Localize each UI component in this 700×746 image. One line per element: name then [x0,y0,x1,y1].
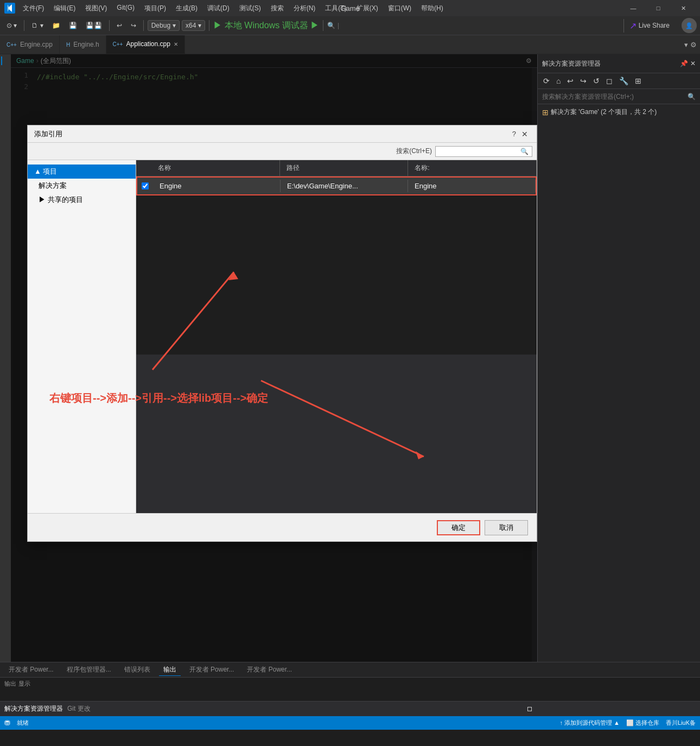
bottom-sidebar-tabs: 解决方案资源管理器 Git 更改 [0,701,700,716]
menu-test[interactable]: 测试(S) [235,3,265,14]
dialog-footer: 确定 取消 [28,513,537,541]
toolbar-sep-2 [109,20,110,31]
menu-help[interactable]: 帮助(H) [417,3,448,14]
sidebar-sync-icon[interactable]: ⟳ [541,75,552,86]
bottom-tab-devpower3[interactable]: 开发者 Power... [243,664,296,675]
toolbar-sep-1 [24,20,24,31]
sidebar-solution-item[interactable]: ⊞ 解决方案 'Game' (2 个项目，共 2 个) [538,106,700,118]
menu-analyze[interactable]: 分析(N) [289,3,320,14]
dialog-close-button[interactable]: ✕ [519,129,530,140]
sidebar-toolbar: ⟳ ⌂ ↩ ↪ ↺ ◻ 🔧 ⊞ [538,73,700,89]
menu-git[interactable]: Git(G) [112,3,139,14]
toolbar-save[interactable]: 💾 [66,20,80,31]
dialog-row-name2: Engine [408,180,536,192]
tab-engine-cpp[interactable]: C++ Engine.cpp [0,35,60,54]
bottom-labels: 输出 显示 [4,680,696,688]
dialog-tree-root[interactable]: ▲ 项目 [28,165,136,179]
user-account[interactable]: 香川LiuK备 [666,719,696,727]
menu-view[interactable]: 视图(V) [81,3,111,14]
dialog-row-checkbox[interactable] [137,180,153,192]
debug-config-dropdown[interactable]: Debug ▾ [148,20,180,31]
bottom-tab-devpower2[interactable]: 开发者 Power... [185,664,239,675]
minimize-button[interactable]: — [621,0,646,16]
window-controls: — □ ✕ [621,0,696,16]
tabs-settings-icon[interactable]: ⚙ [690,41,697,49]
run-button[interactable]: ▶ 本地 Windows 调试器 ▶ [213,20,319,31]
toolbar-nav-back[interactable]: ⊙ ▾ [3,20,20,31]
toolbar-new-file[interactable]: 🗋 ▾ [28,20,46,31]
sidebar-forward-icon[interactable]: ↪ [578,75,589,86]
sidebar-stop-icon[interactable]: ◻ [604,75,615,86]
dialog-help-icon[interactable]: ? [512,130,516,138]
bottom-panels: 开发者 Power... 程序包管理器... 错误列表 输出 开发者 Power… [0,662,700,716]
source-control-icon: ⛃ [4,719,10,727]
menu-project[interactable]: 项目(P) [140,3,170,14]
sidebar-refresh-icon[interactable]: ↺ [591,75,602,86]
dialog-tree-shared[interactable]: ▶ 共享的项目 [28,193,136,207]
dialog-tree-solution[interactable]: 解决方案 [28,179,136,193]
status-ready: 就绪 [17,719,29,727]
bottom-git-tab[interactable]: Git 更改 [67,704,91,713]
bottom-tab-output[interactable]: 输出 [159,664,181,676]
sidebar: 解决方案资源管理器 📌 ✕ ⟳ ⌂ ↩ ↪ ↺ ◻ 🔧 ⊞ 🔍 ⊞ 解决方案 '… [537,54,700,662]
tabs-bar: C++ Engine.cpp H Engine.h C++ Applicatio… [0,35,700,54]
menu-edit[interactable]: 编辑(E) [49,3,80,14]
sidebar-filter-icon[interactable]: ⊞ [633,75,644,86]
add-to-scm-button[interactable]: ↑ 添加到源代码管理 ▲ [559,719,620,727]
toolbar-sep-4 [209,20,209,31]
sidebar-search-icon: 🔍 [688,93,696,100]
menu-build[interactable]: 生成(B) [171,3,202,14]
bottom-content: 输出 显示 [0,678,700,701]
menu-file[interactable]: 文件(F) [18,3,48,14]
select-repo-button[interactable]: ⬜ 选择仓库 [626,719,659,727]
toolbar-undo[interactable]: ↩ [113,20,125,31]
dialog-search-input[interactable] [439,148,520,155]
menu-window[interactable]: 窗口(W) [384,3,416,14]
dialog-cancel-button[interactable]: 取消 [485,520,528,535]
dialog-col-check [136,160,151,176]
arch-dropdown[interactable]: x64 ▾ [182,20,205,31]
bottom-tab-nuget[interactable]: 程序包管理器... [62,664,116,675]
sidebar-tree: ⊞ 解决方案 'Game' (2 个项目，共 2 个) [538,104,700,120]
menu-debug[interactable]: 调试(D) [203,3,234,14]
menu-search[interactable]: 搜索 [266,3,288,14]
app-logo [4,3,15,14]
maximize-button[interactable]: □ [646,0,671,16]
bottom-tab-errors[interactable]: 错误列表 [120,664,155,675]
close-button[interactable]: ✕ [671,0,696,16]
live-share-button[interactable]: ↗ Live Share [623,19,675,33]
solution-icon: ⊞ [542,108,549,117]
status-bar: ⛃ 就绪 ↑ 添加到源代码管理 ▲ ⬜ 选择仓库 香川LiuK备 [0,716,700,730]
dialog-ok-button[interactable]: 确定 [437,520,480,535]
sidebar-settings-icon[interactable]: 🔧 [617,75,631,86]
activity-bar [0,54,11,662]
annotation-container [136,355,537,514]
tab-engine-h[interactable]: H Engine.h [60,35,106,54]
toolbar-save-all[interactable]: 💾💾 [82,20,105,31]
dialog-row-path: E:\dev\Game\Engine... [281,180,408,192]
sidebar-home-icon[interactable]: ⌂ [554,75,563,86]
sidebar-pin-icon[interactable]: 📌 [680,60,688,67]
dialog-table-row-engine[interactable]: Engine E:\dev\Game\Engine... Engine [136,176,537,195]
tab-application-cpp[interactable]: C++ Application.cpp ✕ [106,35,185,54]
toolbar-redo[interactable]: ↪ [128,20,139,31]
user-avatar[interactable]: 👤 [682,18,697,33]
dialog-col-name2: 名称: [408,160,537,176]
tabs-overflow-icon[interactable]: ▾ [684,41,688,49]
bottom-tab-devpower1[interactable]: 开发者 Power... [4,664,58,675]
dialog-search-icon: 🔍 [520,148,529,155]
sidebar-close-icon[interactable]: ✕ [690,60,696,67]
sidebar-title: 解决方案资源管理器 [542,59,601,68]
bottom-tabs: 开发者 Power... 程序包管理器... 错误列表 输出 开发者 Power… [0,662,700,678]
search-label: 搜索(Ctrl+E) [396,147,432,156]
add-reference-dialog: 添加引用 ? ✕ 搜索(Ctrl+E) 🔍 ▲ 项目 [27,125,537,542]
toolbar-open[interactable]: 📁 [49,20,63,31]
engine-checkbox[interactable] [142,182,149,189]
toolbar-sep-5 [323,20,323,31]
sidebar-search-input[interactable] [542,93,688,100]
activity-explorer[interactable] [1,56,10,65]
sidebar-solution-label: 解决方案 'Game' (2 个项目，共 2 个) [551,108,657,117]
bottom-solution-tab[interactable]: 解决方案资源管理器 [4,704,63,713]
sidebar-float-icon[interactable] [527,707,532,711]
sidebar-back-icon[interactable]: ↩ [565,75,576,86]
